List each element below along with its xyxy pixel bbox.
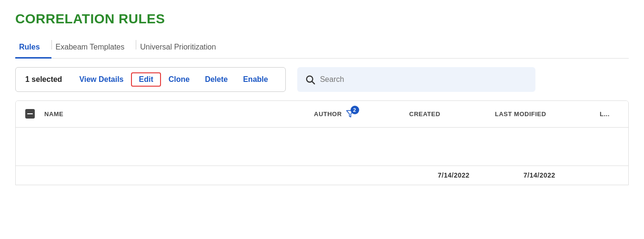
filter-badge: 2 bbox=[351, 106, 359, 114]
page-title: CORRELATION RULES bbox=[15, 11, 629, 27]
delete-button[interactable]: Delete bbox=[197, 73, 235, 86]
table-container: NAME AUTHOR 2 CREATED LAST MODIFIED L... bbox=[15, 100, 629, 185]
col-header-last-modified: LAST MODIFIED bbox=[495, 110, 600, 118]
enable-button[interactable]: Enable bbox=[235, 73, 275, 86]
table-row-partial: 7/14/2022 7/14/2022 bbox=[16, 166, 628, 185]
table-header: NAME AUTHOR 2 CREATED LAST MODIFIED L... bbox=[16, 101, 628, 128]
partial-row-created: 7/14/2022 bbox=[438, 171, 523, 179]
table-row-empty-1 bbox=[16, 128, 628, 166]
col-header-name: NAME bbox=[44, 110, 314, 118]
col-header-last-short: L... bbox=[600, 110, 628, 118]
col-header-created: CREATED bbox=[409, 110, 495, 118]
tabs-bar: Rules Exabeam Templates Universal Priori… bbox=[15, 38, 629, 59]
select-all-checkbox[interactable] bbox=[16, 109, 44, 119]
search-icon bbox=[305, 74, 315, 85]
partial-row-last-modified: 7/14/2022 bbox=[523, 171, 628, 179]
col-header-author: AUTHOR 2 bbox=[314, 110, 409, 118]
svg-line-1 bbox=[312, 81, 314, 84]
search-input[interactable] bbox=[320, 75, 528, 84]
search-box bbox=[297, 67, 535, 92]
toolbar-actions: 1 selected View Details Edit Clone Delet… bbox=[15, 67, 286, 92]
edit-button[interactable]: Edit bbox=[131, 72, 161, 87]
svg-point-0 bbox=[306, 76, 312, 82]
view-details-button[interactable]: View Details bbox=[71, 73, 131, 86]
tab-universal-prioritization[interactable]: Universal Prioritization bbox=[136, 38, 227, 59]
author-filter-icon-wrap[interactable]: 2 bbox=[346, 110, 354, 118]
toolbar-row: 1 selected View Details Edit Clone Delet… bbox=[15, 67, 629, 92]
tab-exabeam-templates[interactable]: Exabeam Templates bbox=[52, 38, 136, 59]
clone-button[interactable]: Clone bbox=[161, 73, 197, 86]
checkbox-minus-icon[interactable] bbox=[25, 109, 35, 119]
selected-count: 1 selected bbox=[25, 75, 62, 84]
page-container: CORRELATION RULES Rules Exabeam Template… bbox=[0, 0, 644, 185]
tab-rules[interactable]: Rules bbox=[15, 38, 51, 59]
